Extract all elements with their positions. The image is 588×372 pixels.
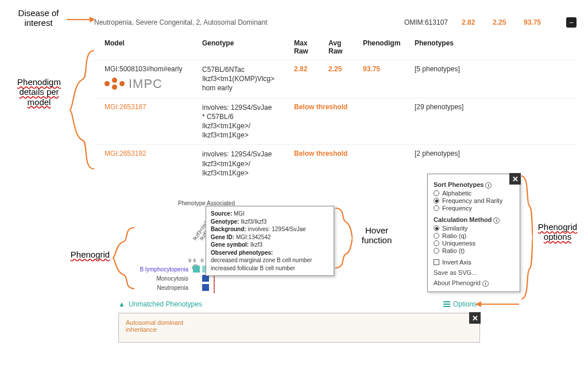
calc-option[interactable]: Similarity <box>434 225 514 232</box>
radio-icon <box>434 190 439 196</box>
radio-icon <box>434 205 439 211</box>
tooltip-label: Gene symbol: <box>211 241 249 248</box>
genotype-cell: involves: 129S4/SvJaeIkzf3<tm1Kge>/Ikzf3… <box>202 149 288 178</box>
tooltip-label: Background: <box>211 226 246 232</box>
link-label: Options <box>453 300 477 308</box>
impc-label: IMPC <box>129 76 163 91</box>
callout-phenodigm-details: Phenodigmdetails permodel <box>5 77 74 107</box>
info-icon: i <box>482 281 489 287</box>
option-label: Alphabetic <box>442 190 471 197</box>
model-link[interactable]: MGI:2653192 <box>105 149 196 158</box>
close-button[interactable]: ✕ <box>469 312 481 324</box>
brace-icon <box>520 175 533 300</box>
table-row[interactable]: MGI:5008103#hom#early IMPC C57BL/6NTacIk… <box>94 60 577 98</box>
radio-icon <box>434 225 439 231</box>
callout-phenogrid-text: Phenogrid <box>71 250 110 259</box>
brace-icon <box>69 49 95 170</box>
phenogrid-row-label[interactable]: B lymphocytopenia <box>136 264 188 274</box>
disease-panel: Neutropenia, Severe Congenital, 2, Autos… <box>94 14 577 182</box>
option-label: Similarity <box>442 225 468 232</box>
callout-phenogrid: Phenogrid <box>64 250 116 259</box>
model-cell: MGI:5008103#hom#early IMPC <box>105 65 196 91</box>
brace-icon <box>113 227 136 290</box>
option-label: Ratio (q) <box>442 232 466 239</box>
avg-raw-cell: 2.25 <box>328 65 357 73</box>
tooltip-label: Gene ID: <box>211 234 234 240</box>
disease-code: OMIM:613107 <box>404 18 448 26</box>
disease-title: Neutropenia, Severe Congenital, 2, Autos… <box>94 18 404 26</box>
table-row[interactable]: MGI:2653187 involves: 129S4/SvJae* C57BL… <box>94 98 577 145</box>
callout-phenogrid-options: Phenogridoptions <box>532 222 583 242</box>
close-button[interactable]: ✕ <box>509 173 521 185</box>
hamburger-icon <box>443 300 450 308</box>
close-icon: ✕ <box>512 175 519 183</box>
genotype-cell: C57BL/6NTacIkzf3<tm1(KOMP)Vlcg>hom early <box>202 65 288 93</box>
phenotypes-cell[interactable]: [2 phenotypes] <box>415 149 566 158</box>
close-icon: ✕ <box>472 314 478 323</box>
link-label: Unmatched Phenotypes <box>129 300 202 308</box>
phenotypes-cell[interactable]: [5 phenotypes] <box>415 65 566 73</box>
below-threshold: Below threshold <box>294 149 409 158</box>
unmatched-phenotypes-link[interactable]: ▲ Unmatched Phenotypes <box>118 300 202 308</box>
col-model: Model <box>105 39 196 47</box>
callout-disease: Disease ofinterest <box>7 8 70 28</box>
phenodigm-cell: 93.75 <box>363 65 409 73</box>
impc-logo: IMPC <box>105 76 196 91</box>
radio-icon <box>434 233 439 239</box>
tooltip-value: involves: 129S4/SvJae <box>247 226 305 232</box>
option-label: Uniqueness <box>442 240 475 247</box>
calc-option[interactable]: Uniqueness <box>434 240 514 247</box>
options-button[interactable]: Options <box>443 300 477 308</box>
sort-option[interactable]: Alphabetic <box>434 190 514 197</box>
below-threshold: Below threshold <box>294 103 409 111</box>
options-sort-title: Sort Phenotypesi <box>434 181 514 189</box>
genotype-cell: involves: 129S4/SvJae* C57BL/6Ikzf3<tm1K… <box>202 103 288 140</box>
radio-icon <box>434 198 439 204</box>
option-label: Ratio (t) <box>442 247 465 254</box>
radio-icon <box>434 240 439 246</box>
option-label: Frequency <box>442 205 472 212</box>
phenogrid-cell[interactable] <box>202 284 209 291</box>
tooltip-value: Ikzf3/Ikzf3 <box>241 218 266 225</box>
col-max-raw: Max Raw <box>294 39 323 55</box>
disease-summary-row[interactable]: Neutropenia, Severe Congenital, 2, Autos… <box>94 14 577 34</box>
col-phenotypes: Phenotypes <box>415 39 566 47</box>
disease-max-raw: 2.82 <box>462 18 493 26</box>
model-link[interactable]: MGI:2653187 <box>105 103 196 111</box>
col-phenodigm: Phenodigm <box>363 39 409 47</box>
phenogrid-row-labels: B lymphocytopenia Monocytosis Neutropeni… <box>136 264 188 292</box>
phenogrid-cell[interactable] <box>193 266 200 273</box>
phenogrid-row-label[interactable]: Monocytosis <box>136 274 188 283</box>
arrow-icon <box>474 300 520 308</box>
calc-option[interactable]: Ratio (q) <box>434 232 514 239</box>
tooltip-value: MGI:1342542 <box>236 234 271 240</box>
model-id: MGI:5008103#hom#early <box>105 65 196 73</box>
callout-phenogrid-options-text: Phenogridoptions <box>538 222 577 241</box>
tooltip-value: increased follicular B cell number <box>211 264 329 273</box>
col-avg-raw: Avg Raw <box>328 39 357 55</box>
info-icon[interactable]: i <box>493 217 500 224</box>
impc-icon <box>105 78 125 90</box>
option-label: Invert Axis <box>442 259 471 266</box>
tooltip-label: Genotype: <box>211 218 239 225</box>
phenogrid-row-label[interactable]: Neutropenia <box>136 283 188 292</box>
col-genotype: Genotype <box>202 39 288 47</box>
callout-hover: Hoverfunction <box>354 225 400 246</box>
phenotypes-cell[interactable]: [29 phenotypes] <box>415 103 566 111</box>
tooltip-value: MGI <box>234 210 245 217</box>
unmatched-phenotypes-panel: ✕ Autosomal dominantinheritance <box>118 313 480 343</box>
collapse-button[interactable]: – <box>566 17 577 28</box>
options-calc-title: Calculation Methodi <box>434 216 514 224</box>
sort-option[interactable]: Frequency and Rarity <box>434 197 514 204</box>
invert-axis-option[interactable]: Invert Axis <box>434 259 514 266</box>
calc-option[interactable]: Ratio (t) <box>434 247 514 254</box>
minus-icon: – <box>570 18 574 26</box>
max-raw-cell: 2.82 <box>294 65 323 73</box>
table-header: Model Genotype Max Raw Avg Raw Phenodigm… <box>94 34 577 60</box>
about-phenogrid-link[interactable]: About Phenogridi <box>434 279 514 287</box>
sort-option[interactable]: Frequency <box>434 205 514 212</box>
tooltip-value: decreased marginal zone B cell number <box>211 256 329 264</box>
save-svg-link[interactable]: Save as SVG... <box>434 269 514 276</box>
info-icon[interactable]: i <box>485 182 492 189</box>
brace-icon <box>334 207 353 269</box>
